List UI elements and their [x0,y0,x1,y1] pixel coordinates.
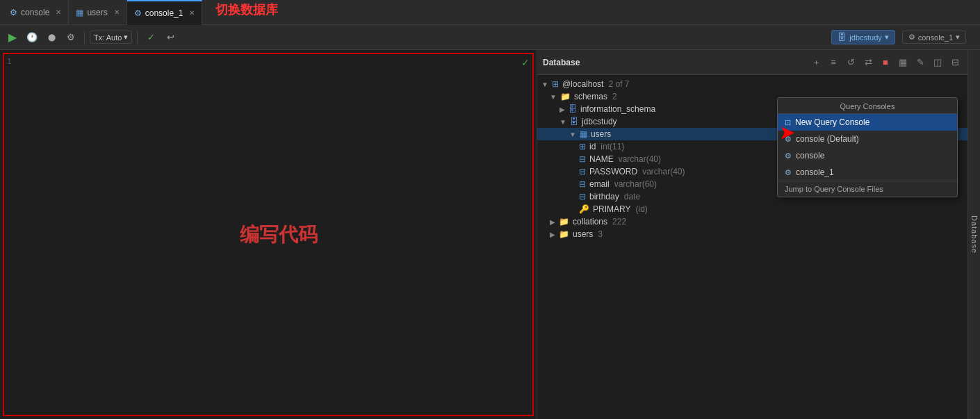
localhost-label: @localhost [562,79,604,89]
field-birthday-icon: ⊟ [579,192,586,202]
db-filter-button[interactable]: ⊟ [948,56,962,69]
tree-localhost[interactable]: ▼ ⊞ @localhost 2 of 7 [537,78,967,90]
console-label: console [796,151,824,161]
users-tab-icon: ▦ [76,8,83,17]
field-name-name: NAME [589,154,614,164]
tx-label: Tx: Auto [94,33,122,42]
dropdown-console-default[interactable]: ⚙ console (Default) [778,131,957,147]
users-root-label: users [573,229,593,239]
dropdown-jump-to-files[interactable]: Jump to Query Console Files [778,181,957,197]
jump-label: Jump to Query Console Files [785,185,883,193]
console1-label: console_1 [796,167,834,177]
clock-button[interactable]: 🕐 [24,29,40,46]
primary-key-type: (id) [635,204,647,214]
editor-area[interactable]: 1 编写代码 ✓ [3,53,534,416]
tree-primary-key[interactable]: 🔑 PRIMARY (id) [537,203,967,215]
tab-console-1[interactable]: ⚙ console_1 ✕ [127,0,203,25]
db-selector-label: jdbcstudy [849,33,881,42]
users-table-label: users [591,129,611,139]
db-panel-header: Database ＋ ≡ ↺ ⇄ ■ ▦ ✎ ◫ ⊟ [537,50,967,75]
db-stop-button[interactable]: ■ [879,56,892,69]
toolbar: ▶ 🕐 ⬤ ⚙ Tx: Auto ▾ ✓ ↩ 🗄 jdbcstudy ▾ ⚙ c… [0,25,980,50]
db-refresh-button[interactable]: ↺ [844,56,858,69]
schemas-label: schemas [574,92,607,101]
info-schema-label: information_schema [580,104,655,114]
jdbcstudy-icon: 🗄 [570,117,578,126]
jdbcstudy-label: jdbcstudy [582,117,617,126]
console1-icon: ⚙ [785,168,792,177]
users-tab-close[interactable]: ✕ [114,8,120,16]
schemas-arrow: ▼ [550,93,557,101]
settings-button[interactable]: ⚙ [63,29,79,46]
tree-users-root[interactable]: ▶ 📁 users 3 [537,228,967,240]
query-consoles-dropdown: Query Consoles ⊡ New Query Console ⚙ con… [777,97,958,197]
separator-2 [137,31,138,44]
collations-icon: 📁 [559,217,569,227]
db-minus-button[interactable]: ≡ [826,56,840,69]
db-selector[interactable]: 🗄 jdbcstudy ▾ [831,30,895,44]
tab-bar: ⚙ console ✕ ▦ users ✕ ⚙ console_1 ✕ 切换数据… [0,0,980,25]
stop-button[interactable]: ⬤ [43,29,60,46]
field-password-icon: ⊟ [579,167,586,176]
vertical-tab-label: Database [970,215,979,254]
db-icon: 🗄 [838,32,847,42]
field-birthday-name: birthday [589,192,619,202]
vertical-database-tab[interactable]: Database [967,50,980,419]
console1-tab-label: console_1 [145,8,183,18]
collations-badge: 222 [612,217,626,227]
db-panel-title: Database [543,58,580,67]
console-tab-close[interactable]: ✕ [56,8,61,16]
console-selector[interactable]: ⚙ console_1 ▾ [902,31,966,44]
db-panel-icons: ＋ ≡ ↺ ⇄ ■ ▦ ✎ ◫ ⊟ [809,56,962,69]
localhost-badge: 2 of 7 [608,79,629,89]
new-console-label: New Query Console [795,117,869,127]
db-chevron: ▾ [885,33,889,42]
console-tab-icon: ⚙ [10,8,17,17]
field-email-type: varchar(60) [614,179,657,189]
jdbcstudy-arrow: ▼ [560,118,566,126]
undo-button[interactable]: ↩ [162,29,179,46]
field-email-icon: ⊟ [579,179,586,189]
schemas-icon: 📁 [560,92,571,101]
schemas-badge: 2 [612,92,617,101]
field-name-type: varchar(40) [619,154,661,164]
localhost-icon: ⊞ [552,79,559,89]
tx-selector[interactable]: Tx: Auto ▾ [90,31,132,44]
console-default-label: console (Default) [796,134,859,144]
console-tab-label: console [21,8,49,17]
users-tab-label: users [87,8,107,17]
new-console-icon: ⊡ [785,118,791,127]
field-id-type: int(11) [601,142,624,151]
localhost-arrow: ▼ [541,81,548,88]
console-selector-label: console_1 [918,33,953,42]
console1-tab-icon: ⚙ [134,8,142,18]
console-default-icon: ⚙ [785,135,792,144]
info-schema-icon: 🗄 [569,104,577,114]
db-table-button[interactable]: ▦ [896,56,910,69]
line-numbers: 1 [4,54,25,69]
tab-console[interactable]: ⚙ console ✕ [3,0,69,25]
db-edit-button[interactable]: ✎ [913,56,927,69]
console1-tab-close[interactable]: ✕ [189,9,195,17]
db-panel: Database ＋ ≡ ↺ ⇄ ■ ▦ ✎ ◫ ⊟ ▼ ⊞ [537,50,967,419]
users-arrow: ▼ [569,131,576,138]
run-button[interactable]: ▶ [4,29,21,46]
dropdown-console[interactable]: ⚙ console [778,147,957,164]
field-birthday-type: date [624,192,640,202]
dropdown-title: Query Consoles [778,98,957,114]
editor-content[interactable]: 编写代码 ✓ [25,54,532,415]
field-id-name: id [589,142,596,151]
tree-collations[interactable]: ▶ 📁 collations 222 [537,215,967,228]
db-sync-button[interactable]: ⇄ [861,56,875,69]
tab-users[interactable]: ▦ users ✕ [69,0,126,25]
dropdown-console-1[interactable]: ⚙ console_1 [778,164,957,181]
check-button[interactable]: ✓ [142,29,159,46]
users-root-badge: 3 [598,229,603,239]
field-password-type: varchar(40) [642,167,685,176]
editor-center-text: 编写代码 [240,222,318,248]
field-id-icon: ⊞ [579,142,586,151]
console-icon: ⚙ [785,151,792,161]
dropdown-new-query-console[interactable]: ⊡ New Query Console [778,114,957,131]
db-plus-button[interactable]: ＋ [809,56,823,69]
db-query-button[interactable]: ◫ [931,56,945,69]
